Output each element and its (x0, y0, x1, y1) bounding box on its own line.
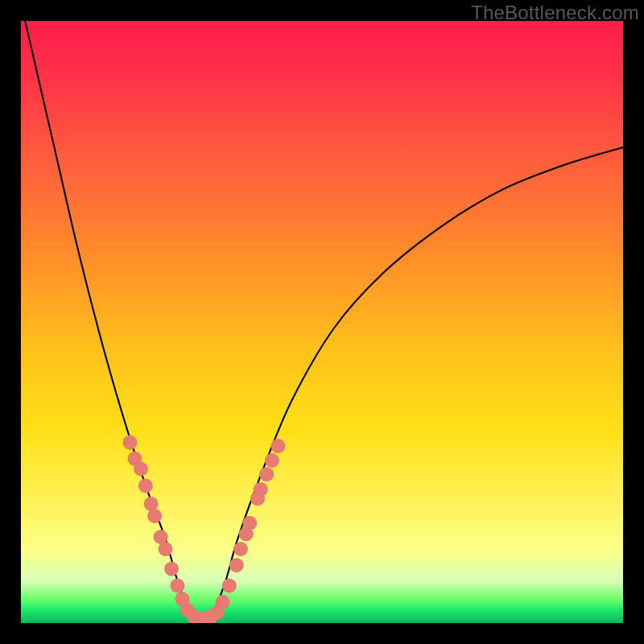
data-marker (259, 467, 274, 481)
data-marker (171, 579, 185, 593)
bottleneck-curve (21, 21, 623, 623)
chart-frame: TheBottleneck.com (0, 0, 644, 644)
data-marker (242, 516, 257, 530)
data-marker (222, 579, 237, 593)
data-marker (134, 462, 148, 477)
marker-cluster (122, 436, 285, 623)
data-marker (270, 439, 285, 453)
data-marker (122, 436, 137, 450)
data-marker (138, 479, 153, 493)
data-marker (147, 509, 162, 523)
data-marker (254, 482, 268, 497)
data-marker (229, 558, 244, 572)
data-marker (265, 453, 279, 468)
plot-area (21, 21, 623, 623)
curve-layer (21, 21, 623, 623)
data-marker (216, 595, 230, 609)
watermark-label: TheBottleneck.com (471, 2, 639, 24)
data-marker (233, 542, 248, 556)
data-marker (164, 562, 179, 576)
data-marker (159, 542, 173, 556)
